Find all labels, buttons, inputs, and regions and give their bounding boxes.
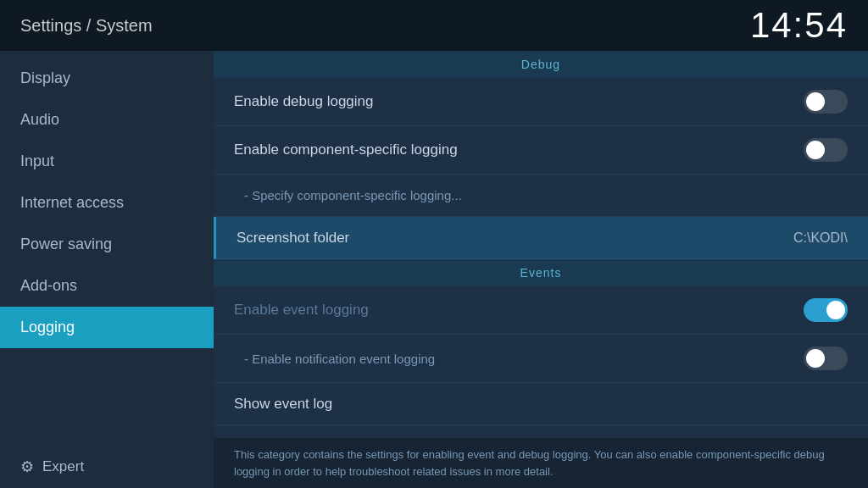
- enable-event-logging-toggle[interactable]: [804, 298, 848, 322]
- enable-debug-logging-label: Enable debug logging: [234, 93, 373, 110]
- show-event-log-label: Show event log: [234, 396, 332, 413]
- sidebar-item-internet-access[interactable]: Internet access: [0, 182, 214, 224]
- screenshot-folder-row[interactable]: Screenshot folder C:\KODI\: [214, 217, 868, 259]
- main-layout: Display Audio Input Internet access Powe…: [0, 51, 868, 488]
- sidebar-item-add-ons[interactable]: Add-ons: [0, 265, 214, 307]
- enable-notification-logging-toggle[interactable]: [804, 347, 848, 370]
- enable-event-logging-row[interactable]: Enable event logging: [214, 286, 868, 335]
- debug-section-header: Debug: [214, 51, 868, 78]
- header: Settings / System 14:54: [0, 0, 868, 51]
- sidebar-item-expert[interactable]: ⚙ Expert: [0, 446, 214, 488]
- enable-debug-logging-toggle[interactable]: [804, 90, 848, 114]
- toggle-knob: [806, 349, 825, 368]
- enable-component-logging-label: Enable component-specific logging: [234, 141, 458, 158]
- events-section-header: Events: [214, 259, 868, 286]
- sidebar-item-audio[interactable]: Audio: [0, 99, 214, 141]
- toggle-knob: [806, 141, 825, 159]
- enable-component-logging-toggle[interactable]: [804, 138, 848, 162]
- enable-debug-logging-row[interactable]: Enable debug logging: [214, 78, 868, 126]
- info-text: This category contains the settings for …: [234, 448, 825, 478]
- enable-notification-logging-label: - Enable notification event logging: [244, 352, 435, 366]
- reset-settings-row[interactable]: Reset above settings to default: [214, 425, 868, 437]
- toggle-knob: [806, 92, 825, 111]
- specify-component-logging-label: - Specify component-specific logging...: [244, 188, 462, 202]
- gear-icon: ⚙: [20, 458, 34, 476]
- sidebar-item-input[interactable]: Input: [0, 141, 214, 182]
- enable-notification-logging-row[interactable]: - Enable notification event logging: [214, 335, 868, 383]
- settings-list: Debug Enable debug logging Enable compon…: [214, 51, 868, 437]
- toggle-knob: [826, 301, 845, 319]
- clock: 14:54: [750, 5, 848, 46]
- screenshot-folder-label: Screenshot folder: [236, 230, 349, 247]
- content-area: Debug Enable debug logging Enable compon…: [214, 51, 868, 488]
- show-event-log-row[interactable]: Show event log: [214, 383, 868, 425]
- info-bar: This category contains the settings for …: [214, 437, 868, 488]
- sidebar-item-power-saving[interactable]: Power saving: [0, 224, 214, 265]
- specify-component-logging-row[interactable]: - Specify component-specific logging...: [214, 175, 868, 217]
- page-title: Settings / System: [20, 16, 153, 36]
- sidebar: Display Audio Input Internet access Powe…: [0, 51, 214, 488]
- sidebar-item-logging[interactable]: Logging: [0, 307, 214, 348]
- enable-event-logging-label: Enable event logging: [234, 302, 369, 319]
- sidebar-item-display[interactable]: Display: [0, 58, 214, 99]
- screenshot-folder-value: C:\KODI\: [793, 230, 848, 246]
- enable-component-logging-row[interactable]: Enable component-specific logging: [214, 126, 868, 175]
